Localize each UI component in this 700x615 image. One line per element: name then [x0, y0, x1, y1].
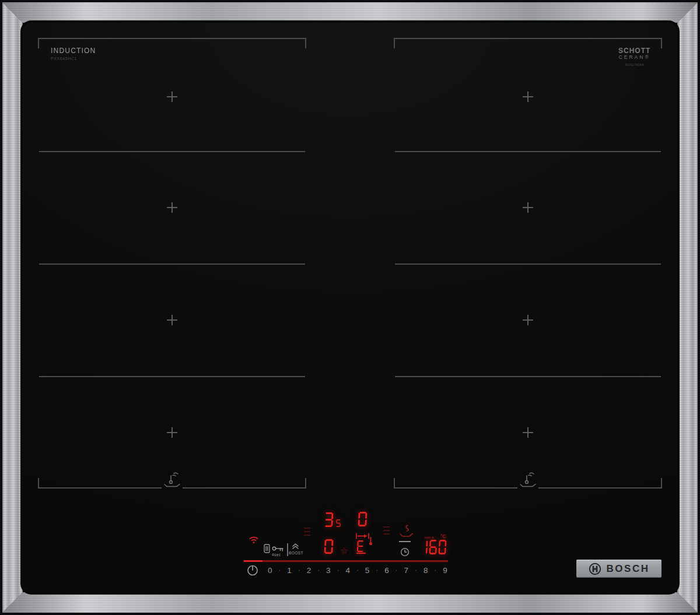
- zone-select-plus[interactable]: [523, 202, 533, 213]
- slider-level-8[interactable]: 8: [424, 566, 428, 575]
- slider-level-7[interactable]: 7: [404, 566, 409, 575]
- zone-separator: [39, 263, 305, 265]
- child-lock-label: 4sec: [272, 553, 281, 557]
- temperature-display: [420, 540, 446, 554]
- slider-level-6[interactable]: 6: [384, 566, 389, 575]
- slider-level-1[interactable]: 1: [287, 566, 292, 575]
- slider-level-4[interactable]: 4: [345, 566, 350, 575]
- zone-border: [305, 38, 306, 48]
- zone-select-plus[interactable]: [167, 427, 177, 438]
- bosch-wordmark: BOSCH: [607, 563, 650, 575]
- zone-separator: [395, 151, 661, 152]
- steel-frame-left: [2, 2, 23, 613]
- slider-dot: ·: [434, 566, 436, 574]
- slider-level-2[interactable]: 2: [307, 566, 312, 575]
- slider-level-0[interactable]: 0: [268, 566, 272, 575]
- boost-label[interactable]: BOOST: [289, 551, 303, 555]
- zone-select-plus[interactable]: [523, 427, 533, 438]
- zone-border: [394, 38, 395, 48]
- temp-unit-label: °C: [440, 533, 446, 539]
- power-icon[interactable]: [247, 564, 258, 576]
- zone-border: [538, 487, 662, 489]
- wipe-protection-icon[interactable]: [264, 544, 270, 553]
- fry-sensor-zone-icon: [519, 469, 537, 489]
- move-pan-icon: [355, 533, 370, 539]
- steel-frame-bottom: [2, 592, 698, 613]
- zone-border: [183, 487, 306, 489]
- slider-level-9[interactable]: 9: [443, 566, 447, 575]
- favourite-star-icon[interactable]: ☆: [340, 546, 348, 556]
- slider-dot: ·: [415, 566, 417, 574]
- slider-level-5[interactable]: 5: [365, 566, 370, 575]
- zone-select-plus[interactable]: [167, 315, 177, 325]
- boost-icon[interactable]: [292, 542, 299, 550]
- flex-zone-left: [38, 38, 306, 489]
- zone-separator: [395, 263, 661, 265]
- slider-dot: ·: [356, 566, 359, 574]
- mode-underline: [356, 553, 366, 554]
- fry-sensor-panel-icon[interactable]: [399, 524, 414, 539]
- mode-display: [357, 540, 364, 552]
- heat-indicator-right: [383, 526, 390, 535]
- slider-dot: ·: [376, 566, 378, 574]
- zone-select-plus[interactable]: [167, 202, 177, 213]
- zone-border: [38, 487, 162, 489]
- slider-dot: ·: [396, 566, 398, 574]
- slider-dot: ·: [278, 566, 281, 574]
- zone-border: [394, 487, 517, 489]
- child-lock-key-icon[interactable]: [272, 545, 284, 552]
- slider-indicator-line: [244, 560, 448, 562]
- zone-select-plus[interactable]: [523, 315, 533, 325]
- zone-border: [38, 38, 39, 48]
- heat-indicator-left: [304, 528, 310, 536]
- fry-sensor-zone-icon: [163, 469, 181, 489]
- level-display: [324, 539, 333, 554]
- power-level-slider[interactable]: 0·1·2·3·4·5·6·7·8·9: [268, 565, 447, 575]
- zone-separator: [39, 151, 305, 152]
- zone-border: [305, 478, 306, 489]
- zone-border: [394, 478, 395, 489]
- zone-separator: [395, 376, 661, 377]
- thermometer-icon: [369, 536, 373, 546]
- slider-dot: ·: [317, 566, 320, 574]
- zone-select-plus[interactable]: [523, 92, 533, 102]
- zone-select-plus[interactable]: [167, 92, 177, 102]
- slider-level-3[interactable]: 3: [326, 566, 331, 575]
- induction-hob: INDUCTION PXX645HC1 SCHOTT CERAN® 900117…: [0, 0, 700, 615]
- timer-display-decimal: [336, 519, 341, 527]
- slider-dot: ·: [298, 566, 300, 574]
- zone-border: [38, 38, 306, 39]
- zone-border: [394, 38, 662, 39]
- zone-border: [38, 478, 39, 489]
- steel-frame-right: [677, 2, 698, 613]
- zone-border: [661, 38, 662, 48]
- slider-dot: ·: [337, 566, 340, 574]
- panel-separator-line: [399, 541, 411, 542]
- flex-zone-right: [394, 38, 662, 489]
- bosch-emblem-icon: [589, 563, 601, 575]
- bosch-logo: BOSCH: [576, 560, 662, 578]
- steel-frame-top: [2, 2, 698, 23]
- panel-divider: [287, 543, 288, 556]
- timer-clock-icon[interactable]: [400, 547, 410, 557]
- timer-display-right: [358, 512, 367, 526]
- timer-display-main: [324, 512, 333, 527]
- time-unit-label: min.s: [425, 536, 434, 539]
- wifi-icon: [247, 534, 260, 544]
- zone-border: [661, 478, 662, 489]
- zone-separator: [39, 376, 305, 377]
